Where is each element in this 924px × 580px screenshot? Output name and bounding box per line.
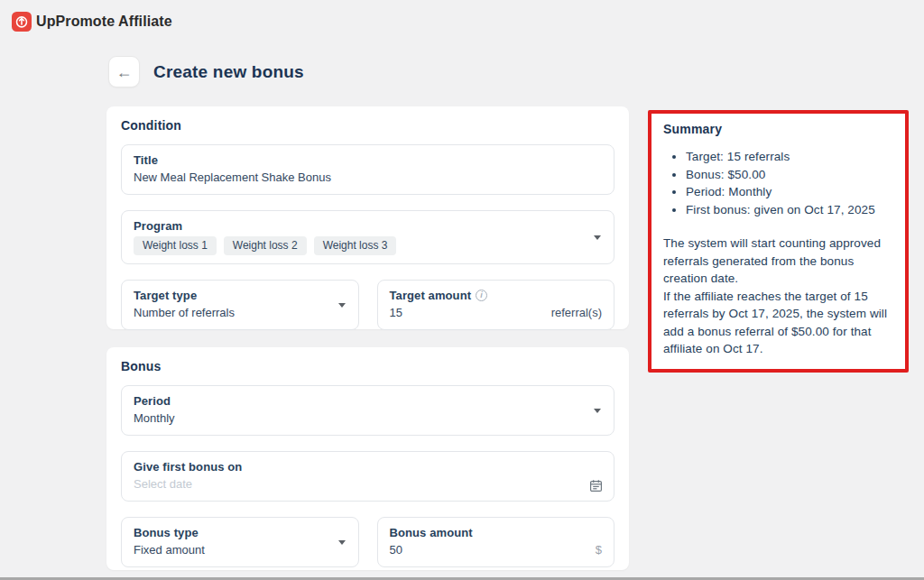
bonus-amount-suffix: $ <box>596 543 602 557</box>
bonus-amount-field[interactable]: Bonus amount 50 $ <box>377 517 615 567</box>
chevron-down-icon <box>338 303 346 308</box>
brand-name: UpPromote Affiliate <box>36 14 172 30</box>
period-select[interactable]: Period Monthly <box>121 385 614 436</box>
brand-header: UpPromote Affiliate <box>12 12 172 32</box>
condition-card: Condition Title New Meal Replacement Sha… <box>106 106 629 329</box>
summary-paragraph: The system will start counting approved … <box>663 235 893 288</box>
target-amount-field[interactable]: Target amount i 15 referral(s) <box>377 280 615 330</box>
uppromote-logo-icon <box>12 12 32 32</box>
bonus-amount-label: Bonus amount <box>390 524 603 541</box>
calendar-icon[interactable] <box>589 479 603 493</box>
back-arrow-icon: ← <box>116 64 133 80</box>
bonus-amount-input-value[interactable]: 50 <box>390 541 402 558</box>
target-type-label: Target type <box>134 287 346 304</box>
bonus-type-label: Bonus type <box>134 524 346 541</box>
summary-heading: Summary <box>663 122 893 136</box>
target-amount-input-value[interactable]: 15 <box>390 304 402 321</box>
bonus-type-select[interactable]: Bonus type Fixed amount <box>121 517 359 567</box>
summary-bullet-list: Target: 15 referralsBonus: $50.00Period:… <box>663 148 893 218</box>
period-value[interactable]: Monthly <box>134 410 602 427</box>
title-field[interactable]: Title New Meal Replacement Shake Bonus <box>121 144 614 195</box>
info-icon[interactable]: i <box>476 290 487 301</box>
chevron-down-icon <box>594 235 601 240</box>
target-amount-suffix: referral(s) <box>551 306 602 319</box>
page-header: ← Create new bonus <box>108 56 304 87</box>
condition-heading: Condition <box>121 118 614 133</box>
title-label: Title <box>134 152 602 169</box>
page-title: Create new bonus <box>153 62 304 82</box>
program-chip[interactable]: Weight loss 3 <box>314 236 397 255</box>
target-row: Target type Number of referrals Target a… <box>121 280 614 330</box>
date-input-placeholder[interactable]: Select date <box>134 475 602 493</box>
summary-bullet: Bonus: $50.00 <box>686 166 893 184</box>
period-label: Period <box>134 392 602 410</box>
target-amount-label: Target amount <box>390 287 472 304</box>
target-type-value[interactable]: Number of referrals <box>134 304 346 321</box>
summary-paragraphs: The system will start counting approved … <box>663 235 893 358</box>
bonus-card: Bonus Period Monthly Give first bonus on… <box>106 347 629 570</box>
bonus-type-value[interactable]: Fixed amount <box>134 541 346 558</box>
first-bonus-label: Give first bonus on <box>134 458 602 475</box>
bonus-heading: Bonus <box>121 359 614 373</box>
chevron-down-icon <box>594 409 601 413</box>
summary-bullet: Target: 15 referrals <box>686 148 893 166</box>
title-input-value[interactable]: New Meal Replacement Shake Bonus <box>134 169 602 186</box>
summary-bullet: Period: Monthly <box>686 183 893 201</box>
program-chips: Weight loss 1Weight loss 2Weight loss 3 <box>134 236 602 255</box>
program-chip[interactable]: Weight loss 2 <box>224 236 307 255</box>
summary-paragraph: If the affiliate reaches the target of 1… <box>663 288 893 358</box>
program-select[interactable]: Program Weight loss 1Weight loss 2Weight… <box>121 210 614 264</box>
summary-bullet: First bonus: given on Oct 17, 2025 <box>686 201 893 219</box>
chevron-down-icon <box>338 540 346 545</box>
program-chip[interactable]: Weight loss 1 <box>134 236 217 255</box>
target-type-select[interactable]: Target type Number of referrals <box>121 280 359 330</box>
summary-panel: Summary Target: 15 referralsBonus: $50.0… <box>648 110 909 373</box>
screen: UpPromote Affiliate ← Create new bonus C… <box>0 0 924 580</box>
first-bonus-date-field[interactable]: Give first bonus on Select date <box>121 451 614 502</box>
program-label: Program <box>134 217 602 235</box>
bonus-row: Bonus type Fixed amount Bonus amount 50 … <box>121 517 614 567</box>
back-button[interactable]: ← <box>108 56 140 87</box>
